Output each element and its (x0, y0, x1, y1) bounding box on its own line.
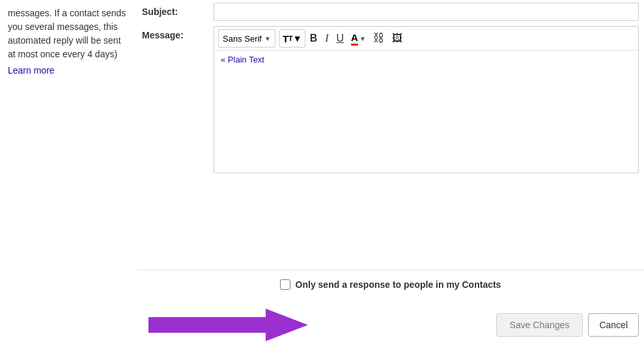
contacts-only-checkbox[interactable] (280, 279, 290, 290)
bold-button[interactable]: B (307, 29, 321, 48)
save-changes-button[interactable]: Save Changes (496, 313, 583, 337)
learn-more-link[interactable]: Learn more (8, 64, 55, 77)
underline-button[interactable]: U (333, 29, 348, 48)
font-color-button[interactable]: A ▼ (348, 29, 369, 48)
arrow-graphic (142, 305, 311, 344)
font-selector[interactable]: Sans Serif ▼ (218, 29, 275, 48)
subject-label: Subject: (142, 3, 214, 17)
font-size-selector[interactable]: TT ▼ (279, 29, 305, 48)
message-body[interactable] (214, 68, 638, 173)
contacts-checkbox-row: Only send a response to people in my Con… (137, 270, 644, 299)
footer-row: Save Changes Cancel (137, 299, 644, 351)
font-size-icon-small: T (288, 35, 293, 42)
right-form-panel: Subject: Message: Sans Serif ▼ TT ▼ B (137, 0, 644, 351)
font-size-icon: T (283, 33, 288, 44)
size-chevron-icon: ▼ (293, 33, 302, 44)
font-color-letter: A (351, 32, 358, 43)
left-description-panel: messages. If a contact sends you several… (0, 0, 137, 351)
font-name: Sans Serif (223, 34, 262, 44)
plain-text-link[interactable]: « Plain Text (214, 51, 638, 68)
message-editor: Sans Serif ▼ TT ▼ B I U A (214, 26, 639, 173)
link-button[interactable]: ⛓ (370, 29, 387, 48)
message-toolbar: Sans Serif ▼ TT ▼ B I U A (214, 27, 638, 51)
cancel-button[interactable]: Cancel (588, 313, 639, 337)
subject-input[interactable] (214, 3, 639, 21)
link-icon: ⛓ (373, 32, 384, 45)
font-chevron-icon: ▼ (264, 35, 271, 42)
subject-row: Subject: (137, 3, 644, 21)
image-icon: 🖼 (392, 33, 402, 44)
font-color-bar (351, 44, 358, 46)
color-chevron-icon: ▼ (359, 35, 366, 42)
image-button[interactable]: 🖼 (389, 29, 406, 48)
arrow-container (142, 305, 496, 344)
svg-marker-0 (148, 309, 308, 341)
contacts-only-label[interactable]: Only send a response to people in my Con… (296, 279, 501, 290)
message-row: Message: Sans Serif ▼ TT ▼ B I U (137, 26, 644, 262)
message-editor-wrapper: Sans Serif ▼ TT ▼ B I U A (214, 26, 639, 173)
subject-field-wrapper (214, 3, 639, 21)
font-color-icon: A (351, 32, 358, 46)
description-text: messages. If a contact sends you several… (8, 7, 129, 61)
message-label: Message: (142, 26, 214, 40)
italic-button[interactable]: I (322, 29, 331, 48)
